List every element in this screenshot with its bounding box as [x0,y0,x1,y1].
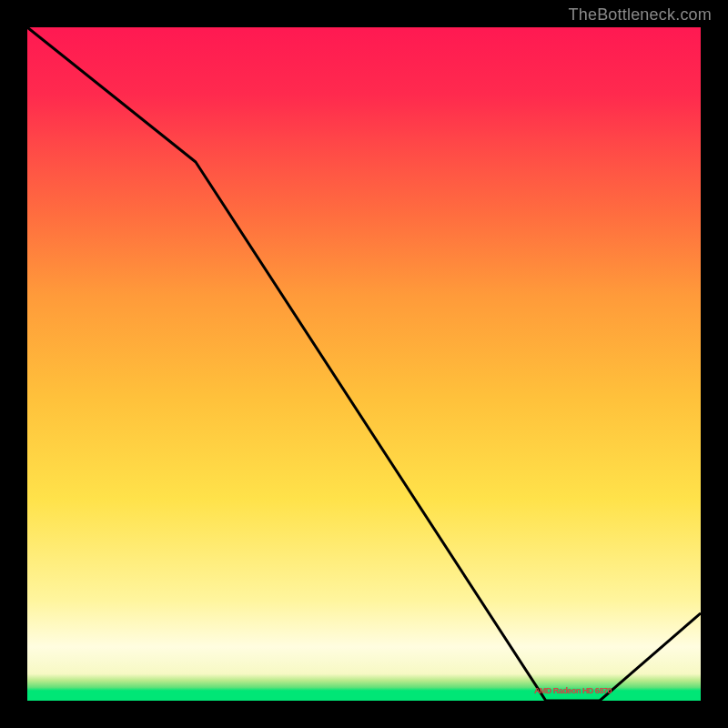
frame: AMD Radeon HD 6870 TheBottleneck.com [0,0,728,728]
gradient-background [27,27,701,701]
watermark-text: TheBottleneck.com [569,5,712,25]
plot-area: AMD Radeon HD 6870 [27,27,701,701]
series-label: AMD Radeon HD 6870 [534,686,612,695]
